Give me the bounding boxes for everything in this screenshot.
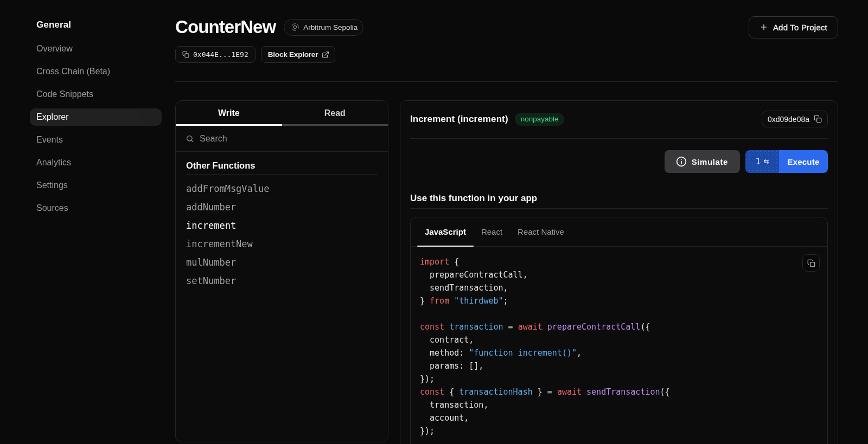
- functions-body: Other Functions addFromMsgValueaddNumber…: [176, 152, 388, 298]
- copy-code-button[interactable]: [802, 254, 820, 272]
- external-link-icon: [322, 51, 329, 59]
- copy-icon: [814, 115, 822, 123]
- sidebar: General OverviewCross Chain (Beta)Code S…: [30, 17, 162, 222]
- copy-icon: [182, 51, 189, 58]
- tab-write[interactable]: Write: [176, 101, 282, 126]
- sidebar-nav: OverviewCross Chain (Beta)Code SnippetsE…: [30, 40, 162, 217]
- functions-section-title: Other Functions: [186, 160, 378, 171]
- execute-label: Execute: [788, 157, 820, 166]
- copy-icon: [807, 259, 815, 267]
- plus-icon: [760, 23, 768, 31]
- execute-button-group: 1 ⇆ Execute: [745, 150, 828, 173]
- actions-row: Simulate 1 ⇆ Execute: [410, 150, 828, 173]
- functions-separator: [186, 174, 378, 175]
- functions-list: addFromMsgValueaddNumberincrementincreme…: [186, 179, 378, 290]
- header-row: CounterNew Arbitrum Sepolia Add To Proje…: [175, 15, 838, 39]
- search-row: [176, 126, 388, 152]
- code-block: import { prepareContractCall, sendTransa…: [420, 255, 795, 437]
- info-icon: [676, 156, 687, 167]
- main-content: CounterNew Arbitrum Sepolia Add To Proje…: [175, 0, 838, 444]
- function-detail-panel: Increment (increment) nonpayable 0xd09de…: [400, 100, 838, 444]
- simulate-label: Simulate: [692, 157, 728, 166]
- code-tabs: JavaScriptReactReact Native: [411, 217, 827, 247]
- function-item-increment[interactable]: increment: [186, 216, 378, 235]
- selector-value: 0xd09de08a: [768, 115, 809, 124]
- function-item-addfrommsgvalue[interactable]: addFromMsgValue: [186, 179, 378, 198]
- code-panel: JavaScriptReactReact Native import { pre…: [410, 217, 828, 444]
- function-item-setnumber[interactable]: setNumber: [186, 272, 378, 290]
- code-tab-react-native[interactable]: React Native: [510, 217, 572, 246]
- sidebar-item-events[interactable]: Events: [30, 131, 162, 149]
- usage-heading: Use this function in your app: [410, 193, 828, 204]
- sidebar-heading: General: [30, 17, 162, 33]
- functions-tabs: WriteRead: [176, 101, 388, 126]
- block-explorer-button[interactable]: Block Explorer: [261, 46, 336, 63]
- add-to-project-label: Add To Project: [773, 23, 827, 32]
- function-title: Increment (increment): [410, 114, 508, 125]
- function-detail-header: Increment (increment) nonpayable 0xd09de…: [410, 111, 828, 139]
- tab-read[interactable]: Read: [282, 101, 388, 126]
- mutability-badge: nonpayable: [515, 113, 565, 126]
- address-row: 0x044E...1E92 Block Explorer: [175, 46, 838, 63]
- code-tab-react[interactable]: React: [474, 217, 510, 246]
- header-divider: [175, 81, 838, 82]
- contract-address: 0x044E...1E92: [193, 50, 248, 59]
- network-badge-label: Arbitrum Sepolia: [303, 23, 358, 31]
- sidebar-item-cross-chain-beta[interactable]: Cross Chain (Beta): [30, 63, 162, 80]
- execute-button[interactable]: Execute: [779, 150, 828, 173]
- sidebar-item-sources[interactable]: Sources: [30, 200, 162, 217]
- code-tab-javascript[interactable]: JavaScript: [417, 217, 474, 246]
- contract-address-button[interactable]: 0x044E...1E92: [175, 46, 256, 63]
- add-to-project-button[interactable]: Add To Project: [749, 16, 838, 38]
- selector-button[interactable]: 0xd09de08a: [762, 111, 828, 127]
- function-item-incrementnew[interactable]: incrementNew: [186, 235, 378, 253]
- sidebar-item-explorer[interactable]: Explorer: [30, 108, 162, 126]
- sidebar-item-settings[interactable]: Settings: [30, 177, 162, 194]
- function-item-mulnumber[interactable]: mulNumber: [186, 253, 378, 272]
- chain-icon: [291, 23, 299, 31]
- content-row: WriteRead Other Functions addFromMsgValu…: [175, 100, 838, 444]
- simulate-button[interactable]: Simulate: [665, 150, 740, 173]
- queue-count-button[interactable]: 1 ⇆: [745, 150, 779, 173]
- sidebar-item-analytics[interactable]: Analytics: [30, 154, 162, 171]
- search-icon: [186, 134, 194, 143]
- queue-count: 1: [756, 157, 761, 166]
- search-input[interactable]: [200, 134, 378, 144]
- sidebar-item-overview[interactable]: Overview: [30, 40, 162, 57]
- usage-separator: [410, 208, 828, 209]
- block-explorer-label: Block Explorer: [268, 50, 318, 59]
- functions-panel: WriteRead Other Functions addFromMsgValu…: [175, 100, 388, 442]
- network-badge[interactable]: Arbitrum Sepolia: [284, 19, 363, 36]
- swap-arrows-icon: ⇆: [764, 157, 769, 166]
- code-area: import { prepareContractCall, sendTransa…: [411, 247, 827, 444]
- page-title: CounterNew: [175, 17, 276, 37]
- function-item-addnumber[interactable]: addNumber: [186, 198, 378, 216]
- sidebar-item-code-snippets[interactable]: Code Snippets: [30, 86, 162, 103]
